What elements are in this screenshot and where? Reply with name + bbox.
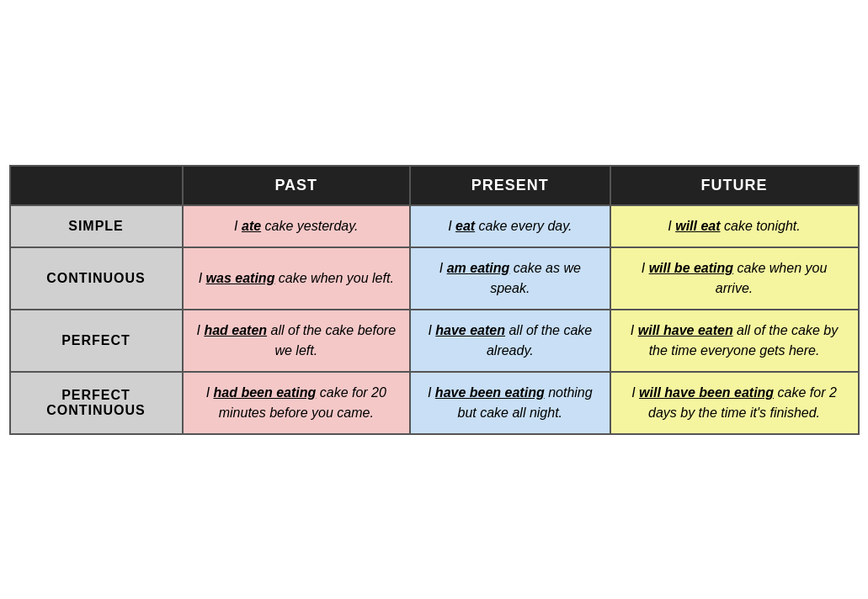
row-continuous: CONTINUOUS I was eating cake when you le… — [10, 247, 859, 310]
row-perfect-continuous: PERFECTCONTINUOUS I had been eating cake… — [10, 372, 859, 434]
cell-continuous-past: I was eating cake when you left. — [183, 247, 411, 310]
cell-perfect-present: I have eaten all of the cake already. — [410, 310, 610, 372]
verb-perfect-past: had eaten — [204, 323, 267, 337]
text-continuous-past: I was eating cake when you left. — [197, 268, 397, 289]
cell-continuous-future: I will be eating cake when you arrive. — [610, 247, 859, 310]
text-perfect-past: I had eaten all of the cake before we le… — [197, 321, 397, 361]
header-present: PRESENT — [410, 166, 610, 205]
header-row: PAST PRESENT FUTURE — [10, 166, 859, 205]
row-perfect: PERFECT I had eaten all of the cake befo… — [10, 310, 859, 372]
text-perfect-continuous-present: I have been eating nothing but cake all … — [424, 383, 595, 423]
verb-perfect-continuous-future: will have been eating — [639, 385, 774, 400]
header-past: PAST — [183, 166, 411, 205]
verb-continuous-past: was eating — [206, 271, 275, 285]
text-perfect-present: I have eaten all of the cake already. — [424, 321, 595, 361]
text-perfect-continuous-past: I had been eating cake for 20 minutes be… — [197, 383, 397, 423]
cell-perfect-future: I will have eaten all of the cake by the… — [610, 310, 859, 372]
text-simple-present: I eat cake every day. — [424, 216, 595, 236]
text-perfect-future: I will have eaten all of the cake by the… — [625, 321, 844, 361]
cell-perfect-continuous-present: I have been eating nothing but cake all … — [410, 372, 610, 434]
cell-simple-future: I will eat cake tonight. — [610, 205, 859, 247]
header-empty — [10, 166, 183, 205]
cell-perfect-past: I had eaten all of the cake before we le… — [183, 310, 411, 372]
text-perfect-continuous-future: I will have been eating cake for 2 days … — [625, 383, 844, 423]
verb-perfect-future: will have eaten — [638, 323, 733, 337]
verb-simple-past: ate — [242, 219, 261, 233]
cell-perfect-continuous-future: I will have been eating cake for 2 days … — [610, 372, 859, 434]
verb-perfect-continuous-present: have been eating — [435, 385, 545, 400]
text-simple-future: I will eat cake tonight. — [625, 216, 844, 236]
label-perfect-continuous: PERFECTCONTINUOUS — [10, 372, 183, 434]
row-simple: SIMPLE I ate cake yesterday. I eat cake … — [10, 205, 859, 247]
grammar-table-wrapper: PAST PRESENT FUTURE SIMPLE I ate cake ye… — [9, 165, 860, 435]
label-continuous: CONTINUOUS — [10, 247, 183, 310]
verb-perfect-continuous-past: had been eating — [214, 385, 317, 400]
label-perfect: PERFECT — [10, 310, 183, 372]
cell-simple-present: I eat cake every day. — [410, 205, 610, 247]
grammar-table: PAST PRESENT FUTURE SIMPLE I ate cake ye… — [9, 165, 860, 435]
verb-simple-future: will eat — [675, 219, 720, 233]
header-future: FUTURE — [610, 166, 859, 205]
cell-simple-past: I ate cake yesterday. — [183, 205, 411, 247]
cell-perfect-continuous-past: I had been eating cake for 20 minutes be… — [183, 372, 411, 434]
text-continuous-present: I am eating cake as we speak. — [424, 258, 595, 299]
text-continuous-future: I will be eating cake when you arrive. — [625, 258, 844, 299]
verb-perfect-present: have eaten — [435, 323, 505, 337]
label-simple: SIMPLE — [10, 205, 183, 247]
verb-continuous-present: am eating — [447, 261, 510, 275]
text-simple-past: I ate cake yesterday. — [197, 216, 397, 236]
cell-continuous-present: I am eating cake as we speak. — [410, 247, 610, 310]
verb-simple-present: eat — [455, 219, 475, 233]
verb-continuous-future: will be eating — [649, 261, 733, 275]
